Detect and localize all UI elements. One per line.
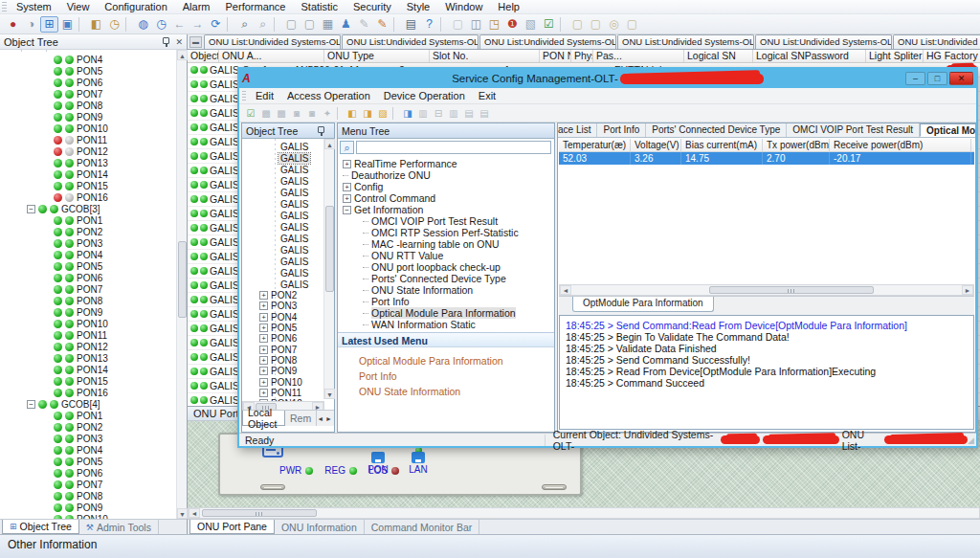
toolbar-icon[interactable]: ⌕	[254, 16, 272, 33]
toolbar-icon[interactable]: ▨	[375, 106, 390, 121]
pon-port-group[interactable]: PON	[364, 444, 392, 475]
tree-item[interactable]: PON9	[0, 111, 176, 123]
search-input[interactable]	[356, 141, 551, 154]
tree-item[interactable]: PON16	[0, 191, 176, 203]
toolbar-icon[interactable]: ◳	[485, 16, 503, 33]
tree-item[interactable]: PON2	[0, 421, 176, 433]
vertical-scrollbar[interactable]: ▲ ▼	[176, 50, 187, 519]
tree-expander-icon[interactable]	[27, 205, 35, 213]
column-header[interactable]: Light Spliter Port ...	[866, 50, 924, 62]
toolbar-icon[interactable]: ☑	[540, 16, 558, 33]
horizontal-scrollbar[interactable]: ◄	[188, 507, 980, 519]
tree-expander-icon[interactable]	[343, 175, 348, 176]
tree-expander-icon[interactable]: +	[259, 291, 268, 300]
menu-tree-item[interactable]: WAN Information Static	[338, 319, 554, 330]
toolbar-icon[interactable]: ◑	[22, 16, 40, 33]
tree-item[interactable]: + PON10	[242, 376, 324, 387]
menu-tree-item[interactable]: + RealTime Performance	[338, 158, 554, 169]
menu-link[interactable]: Optical Module Para Information	[359, 353, 503, 368]
tree-item[interactable]: + PON11	[242, 388, 324, 398]
tree-expander-icon[interactable]	[363, 301, 368, 302]
toolbar-icon[interactable]: ▢	[587, 16, 605, 33]
tree-expander-icon[interactable]: +	[259, 389, 268, 397]
tree-item[interactable]: GCOB[4]	[0, 398, 176, 410]
toolbar-icon[interactable]: ♟	[337, 16, 355, 33]
tree-item[interactable]: PON14	[0, 168, 176, 180]
toolbar-icon[interactable]: →	[189, 16, 207, 33]
tree-item[interactable]: + PON4	[242, 312, 324, 323]
menu-item[interactable]: Device Operation	[377, 90, 472, 101]
scroll-down-icon[interactable]: ▼	[177, 508, 188, 519]
minimize-button[interactable]: –	[905, 72, 925, 85]
tree-item[interactable]: PON6	[0, 467, 176, 479]
dock-tab[interactable]: ⚒ Admin Tools	[79, 520, 159, 534]
tree-item[interactable]: PON11	[0, 329, 176, 341]
toolbar-icon[interactable]: ☑	[243, 106, 258, 121]
tree-item[interactable]: GALIS	[242, 164, 324, 175]
column-header[interactable]: Slot No.	[430, 50, 540, 62]
tree-expander-icon[interactable]	[363, 324, 368, 325]
dock-tab[interactable]: Rem	[285, 411, 317, 426]
column-header[interactable]: Tx power(dBm)	[763, 139, 830, 151]
pin-icon[interactable]	[163, 37, 169, 47]
tree-expander-icon[interactable]	[363, 267, 368, 268]
tree-expander-icon[interactable]: +	[259, 367, 268, 375]
column-header[interactable]: Physic...	[571, 50, 593, 62]
tab-nav-left-icon[interactable]: ◄	[317, 415, 323, 422]
toolbar-icon[interactable]: ?	[420, 16, 438, 33]
tree-item[interactable]: PON13	[0, 352, 176, 364]
menu-item[interactable]: Window	[437, 1, 490, 12]
dock-tab[interactable]: Command Monitor Bar	[365, 520, 480, 534]
tree-item[interactable]: GALIS	[242, 187, 324, 198]
toolbar-icon[interactable]: ▤	[461, 106, 477, 121]
toolbar-icon[interactable]	[440, 17, 447, 32]
tree-expander-icon[interactable]: +	[259, 313, 268, 322]
close-button[interactable]: ✕	[949, 72, 973, 85]
menu-tree-item[interactable]: MAC -learning table on ONU	[338, 238, 554, 250]
toolbar-icon[interactable]: ◫	[467, 16, 485, 33]
column-header[interactable]: Receive power(dBm)	[830, 139, 971, 151]
scroll-up-icon[interactable]: ▲	[324, 139, 335, 149]
tree-item[interactable]: PON8	[0, 100, 176, 111]
menu-item[interactable]: View	[59, 1, 98, 12]
toolbar-icon[interactable]: ◎	[605, 16, 623, 33]
pin-icon[interactable]	[318, 126, 324, 136]
menu-tree-item[interactable]: Deauthorize ONU	[338, 169, 554, 181]
tree-item[interactable]: + PON6	[242, 333, 324, 344]
scrollbar-thumb[interactable]	[709, 286, 875, 294]
dock-tab[interactable]: ONU Port Pane	[189, 520, 275, 534]
tree-item[interactable]: + PON3	[242, 301, 324, 311]
tree-item[interactable]: + PON2	[242, 290, 324, 301]
tree-item[interactable]: GALIS	[242, 152, 324, 164]
scroll-right-icon[interactable]: ►	[962, 285, 973, 295]
tree-item[interactable]: GALIS	[242, 221, 324, 233]
search-icon[interactable]: ⌕	[340, 141, 354, 154]
tree-item[interactable]: PON1	[0, 214, 176, 226]
toolbar-icon[interactable]: ▥	[415, 106, 431, 121]
tree-item[interactable]: PON7	[0, 283, 176, 295]
scrollbar-thumb[interactable]	[178, 241, 187, 318]
tree-item[interactable]: PON3	[0, 433, 176, 444]
menu-item[interactable]: Exit	[472, 90, 502, 101]
tree-expander-icon[interactable]	[363, 221, 368, 222]
tree-expander-icon[interactable]: +	[343, 194, 351, 203]
menu-tree-item[interactable]: − Get Information	[338, 204, 554, 215]
tree-item[interactable]: PON6	[0, 77, 176, 88]
toolbar-icon[interactable]: ✎	[355, 16, 373, 33]
maximize-button[interactable]: □	[927, 72, 947, 85]
toolbar-icon[interactable]	[227, 17, 234, 32]
dock-tab[interactable]: Local Object	[242, 411, 285, 426]
tree-expander-icon[interactable]: +	[343, 183, 351, 191]
menu-item[interactable]: Security	[345, 1, 399, 12]
toolbar-icon[interactable]	[125, 17, 132, 32]
column-header[interactable]: Bias current(mA)	[681, 139, 763, 151]
toolbar-icon[interactable]: ▥	[446, 106, 461, 121]
table-row-selected[interactable]: 52.033.2614.752.70-20.17	[559, 152, 974, 165]
tree-item[interactable]: PON15	[0, 375, 176, 387]
tree-item[interactable]: GALIS	[242, 233, 324, 244]
tree-expander-icon[interactable]: +	[259, 301, 268, 310]
result-tab[interactable]: Port Info	[597, 123, 646, 137]
tree-expander-icon[interactable]: +	[343, 160, 351, 168]
tree-item[interactable]: PON4	[0, 444, 176, 456]
tree-item[interactable]: PON11	[0, 134, 176, 145]
